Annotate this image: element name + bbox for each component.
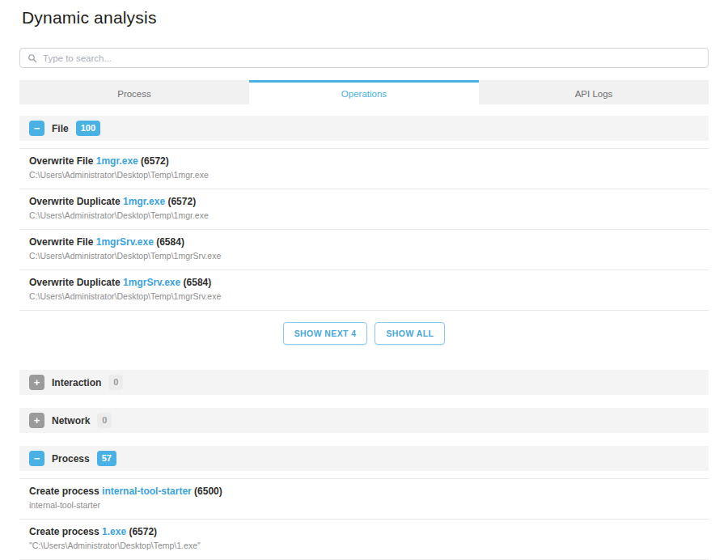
show-all-button[interactable]: SHOW ALL <box>375 322 445 345</box>
search-box[interactable] <box>19 48 709 68</box>
section-header-file[interactable]: − File 100 <box>19 116 709 141</box>
operation-action: Overwrite File <box>29 236 96 248</box>
dynamic-analysis-page: Dynamic analysis ProcessOperationsAPI Lo… <box>0 6 728 560</box>
count-badge: 57 <box>97 451 116 466</box>
operation-title: Overwrite File 1mgrSrv.exe (6584) <box>29 236 699 248</box>
section-header-process[interactable]: − Process 57 <box>19 446 709 471</box>
tab-label: API Logs <box>575 89 613 99</box>
process-pid: (6572) <box>167 196 196 207</box>
section-title: File <box>52 123 69 134</box>
operation-path: C:\Users\Administrator\Desktop\Temp\1mgr… <box>29 251 699 261</box>
operation-title: Overwrite Duplicate 1mgr.exe (6572) <box>29 196 699 208</box>
count-badge: 100 <box>76 121 100 136</box>
section-header-network[interactable]: + Network 0 <box>19 408 709 433</box>
process-link[interactable]: 1mgr.exe <box>123 196 165 207</box>
show-buttons-row: SHOW NEXT 4SHOW ALL <box>19 311 709 357</box>
operation-path: internal-tool-starter <box>29 500 699 511</box>
operation-title: Overwrite File 1mgr.exe (6572) <box>29 155 699 168</box>
tab-label: Process <box>117 89 151 99</box>
tab-label: Operations <box>341 89 387 99</box>
section-header-interaction[interactable]: + Interaction 0 <box>19 370 709 395</box>
search-input[interactable] <box>43 53 700 63</box>
section-process: − Process 57 Create process internal-too… <box>19 446 709 560</box>
process-pid: (6572) <box>141 155 169 167</box>
process-link[interactable]: 1mgrSrv.exe <box>123 277 180 288</box>
process-link[interactable]: 1mgr.exe <box>96 155 138 167</box>
process-pid: (6584) <box>156 236 184 248</box>
process-pid: (6584) <box>184 277 212 288</box>
operations-sections: − File 100 Overwrite File 1mgr.exe (6572… <box>19 116 709 560</box>
tab-bar: ProcessOperationsAPI Logs <box>19 80 709 104</box>
process-link[interactable]: 1.exe <box>102 526 126 537</box>
tab-process[interactable]: Process <box>19 80 249 104</box>
operation-action: Create process <box>29 486 102 497</box>
operation-row: Overwrite File 1mgrSrv.exe (6584) C:\Use… <box>19 230 709 270</box>
collapse-icon[interactable]: − <box>29 451 44 466</box>
operation-path: C:\Users\Administrator\Desktop\Temp\1mgr… <box>29 170 699 180</box>
operation-title: Create process 1.exe (6572) <box>29 526 699 538</box>
operation-rows: Overwrite File 1mgr.exe (6572) C:\Users\… <box>19 148 709 311</box>
operation-action: Create process <box>29 526 102 537</box>
process-link[interactable]: internal-tool-starter <box>102 486 192 497</box>
expand-icon[interactable]: + <box>29 413 44 428</box>
operation-row: Create process internal-tool-starter (65… <box>19 479 709 520</box>
process-pid: (6500) <box>194 486 222 497</box>
process-link[interactable]: 1mgrSrv.exe <box>96 236 154 248</box>
operation-row: Overwrite Duplicate 1mgr.exe (6572) C:\U… <box>19 189 709 230</box>
tab-operations[interactable]: Operations <box>249 80 479 104</box>
count-badge: 0 <box>97 413 112 428</box>
section-file: − File 100 Overwrite File 1mgr.exe (6572… <box>19 116 709 357</box>
operation-row: Create process 1.exe (6572) "C:\Users\Ad… <box>19 520 709 560</box>
tab-api-logs[interactable]: API Logs <box>479 80 709 104</box>
operation-title: Overwrite Duplicate 1mgrSrv.exe (6584) <box>29 277 699 289</box>
operation-title: Create process internal-tool-starter (65… <box>29 486 699 498</box>
search-icon <box>28 53 37 63</box>
count-badge: 0 <box>108 375 123 390</box>
operation-row: Overwrite Duplicate 1mgrSrv.exe (6584) C… <box>19 270 709 311</box>
section-title: Interaction <box>52 377 101 388</box>
operation-path: "C:\Users\Administrator\Desktop\Temp\1.e… <box>29 541 699 551</box>
show-next-4-button[interactable]: SHOW NEXT 4 <box>283 322 368 345</box>
operation-action: Overwrite Duplicate <box>29 277 123 288</box>
section-network: + Network 0 <box>19 408 709 433</box>
operation-path: C:\Users\Administrator\Desktop\Temp\1mgr… <box>29 291 699 302</box>
operation-path: C:\Users\Administrator\Desktop\Temp\1mgr… <box>29 210 699 221</box>
section-title: Network <box>52 415 90 426</box>
page-title: Dynamic analysis <box>22 6 709 29</box>
expand-icon[interactable]: + <box>29 375 44 390</box>
section-title: Process <box>52 453 90 465</box>
operation-rows: Create process internal-tool-starter (65… <box>19 478 709 560</box>
operation-action: Overwrite Duplicate <box>29 196 123 207</box>
process-pid: (6572) <box>129 526 157 537</box>
section-interaction: + Interaction 0 <box>19 370 709 395</box>
operation-action: Overwrite File <box>29 155 96 167</box>
collapse-icon[interactable]: − <box>29 121 44 136</box>
operation-row: Overwrite File 1mgr.exe (6572) C:\Users\… <box>19 149 709 189</box>
